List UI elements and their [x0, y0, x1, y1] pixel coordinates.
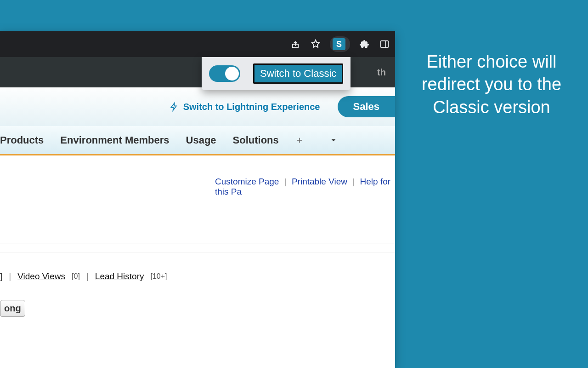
printable-view-link[interactable]: Printable View — [292, 177, 347, 186]
extension-pill[interactable]: S — [330, 36, 350, 52]
separator: | — [352, 177, 355, 186]
header-fragment-text: th — [377, 67, 386, 78]
video-views-link[interactable]: Video Views — [17, 271, 65, 282]
tab-usage[interactable]: Usage — [186, 134, 216, 146]
lead-history-link[interactable]: Lead History — [95, 271, 144, 282]
bookmark-star-icon[interactable] — [310, 38, 322, 50]
switch-lightning-label: Switch to Lightning Experience — [183, 102, 320, 112]
related-lists-row: ] | Video Views [0] | Lead History [10+] — [0, 271, 395, 282]
nav-tabs: Products Environment Members Usage Solut… — [0, 126, 395, 155]
svg-rect-1 — [381, 41, 389, 48]
page-action-links: Customize Page | Printable View | Help f… — [0, 177, 395, 197]
browser-window: S th Switch to Lightning Experience Sale… — [0, 31, 395, 368]
separator: | — [9, 271, 11, 282]
switch-to-classic-button[interactable]: Switch to Classic — [253, 63, 343, 84]
browser-toolbar: S — [0, 31, 395, 57]
divider — [0, 243, 395, 243]
tab-menu-caret-icon[interactable] — [329, 136, 338, 144]
separator: | — [86, 271, 89, 282]
lead-history-count: [10+] — [151, 272, 167, 281]
annotation-caption: Either choice will redirect you to the C… — [413, 51, 570, 119]
divider — [0, 253, 395, 253]
toggle-knob — [225, 67, 239, 80]
video-views-count: [0] — [72, 272, 80, 281]
lightning-bolt-icon — [170, 101, 179, 112]
tab-solutions[interactable]: Solutions — [233, 134, 279, 146]
tab-environment-members[interactable]: Environment Members — [60, 134, 169, 146]
extension-toggle[interactable] — [209, 65, 240, 82]
extension-popup: Switch to Classic — [202, 57, 351, 90]
share-icon[interactable] — [289, 38, 301, 50]
tab-products[interactable]: Products — [0, 134, 44, 146]
fragment-text: ] — [0, 271, 2, 282]
subheader: Switch to Lightning Experience Sales — [0, 87, 395, 126]
extension-badge-icon: S — [333, 38, 345, 50]
app-name-pill[interactable]: Sales — [338, 96, 396, 117]
extensions-puzzle-icon[interactable] — [358, 38, 370, 50]
sidepanel-icon[interactable] — [379, 38, 390, 50]
switch-lightning-link[interactable]: Switch to Lightning Experience — [170, 101, 320, 112]
add-tab-icon[interactable] — [295, 136, 304, 144]
content-area: Customize Page | Printable View | Help f… — [0, 155, 395, 317]
customize-page-link[interactable]: Customize Page — [215, 177, 279, 186]
separator: | — [284, 177, 287, 186]
partial-button[interactable]: ong — [0, 300, 25, 317]
